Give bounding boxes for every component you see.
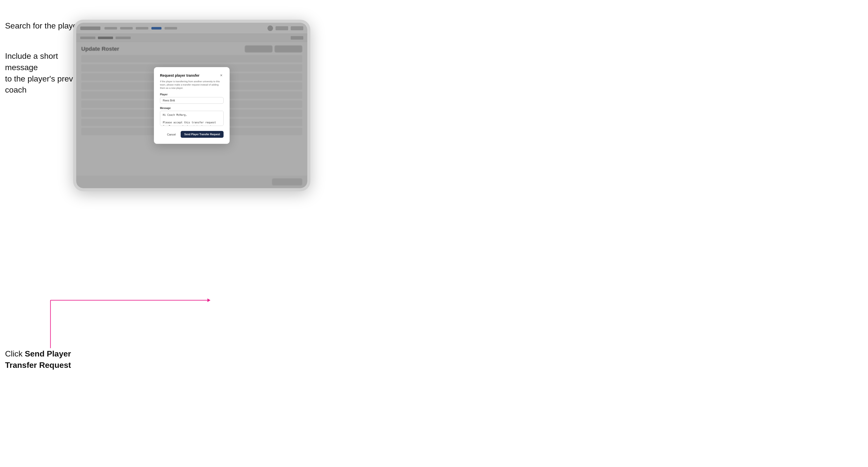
message-textarea[interactable]: Hi Coach McHarg, Please accept this tran… — [160, 111, 223, 126]
svg-marker-4 — [208, 299, 211, 302]
modal-overlay: Request player transfer × If the player … — [76, 23, 307, 188]
modal-footer: Cancel Send Player Transfer Request — [160, 131, 223, 138]
annotation-click-bold: Send PlayerTransfer Request — [5, 349, 71, 370]
tablet-device: Update Roster — [73, 20, 310, 191]
modal-title: Request player transfer — [160, 73, 199, 77]
cancel-button[interactable]: Cancel — [164, 131, 178, 137]
modal-header: Request player transfer × — [160, 73, 223, 78]
annotation-search-text: Search for the player. — [5, 20, 82, 32]
message-field-label: Message — [160, 107, 223, 110]
tablet-screen: Update Roster — [76, 23, 307, 188]
annotation-click-text: Click Send PlayerTransfer Request — [5, 348, 71, 371]
modal-description: If the player is transferring from anoth… — [160, 80, 223, 90]
send-transfer-request-button[interactable]: Send Player Transfer Request — [181, 131, 223, 138]
player-input[interactable] — [160, 97, 223, 104]
player-field-label: Player — [160, 93, 223, 96]
transfer-modal: Request player transfer × If the player … — [154, 67, 229, 144]
modal-close-button[interactable]: × — [219, 73, 223, 78]
